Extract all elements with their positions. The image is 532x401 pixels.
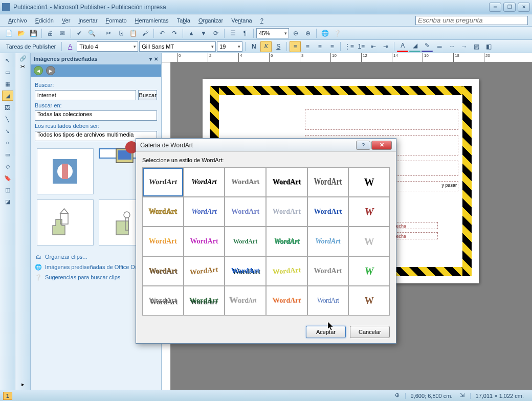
- wordart-style-29[interactable]: WordArt: [308, 286, 348, 315]
- wordart-style-8[interactable]: WordArt: [184, 197, 225, 226]
- rectangle-tool[interactable]: ▭: [2, 149, 13, 160]
- font-color-button[interactable]: A: [397, 41, 408, 52]
- tasks-button[interactable]: Tareas de Publisher: [3, 43, 59, 50]
- italic-button[interactable]: K: [260, 41, 272, 52]
- wordart-style-4[interactable]: WordArt: [267, 168, 307, 196]
- search-input[interactable]: [35, 90, 136, 100]
- textbox-fecha-1[interactable]: Fecha: [392, 222, 438, 229]
- web-preview-button[interactable]: 🌐: [319, 28, 330, 39]
- design-gallery-tool[interactable]: ◫: [2, 185, 13, 195]
- menu-help[interactable]: ?: [256, 16, 268, 25]
- zoom-combo[interactable]: 45%: [256, 28, 289, 38]
- wordart-style-26[interactable]: WordArt: [184, 286, 225, 315]
- taskpane-close-icon[interactable]: ✕: [154, 56, 158, 62]
- menu-organizar[interactable]: Organizar: [194, 16, 227, 25]
- zoom-out-button[interactable]: ⊖: [290, 28, 301, 39]
- align-center-button[interactable]: ≡: [302, 41, 313, 52]
- font-size-combo[interactable]: 19: [217, 41, 242, 52]
- bring-front-button[interactable]: ▲: [186, 28, 197, 39]
- wordart-style-19[interactable]: WordArt: [143, 257, 183, 285]
- research-button[interactable]: 🔍: [86, 28, 97, 39]
- menu-ventana[interactable]: Ventana: [227, 16, 256, 25]
- picture-tool[interactable]: 🖼: [2, 102, 13, 113]
- autoshapes-tool[interactable]: ◇: [2, 161, 13, 171]
- oval-tool[interactable]: ○: [2, 138, 13, 148]
- expand-icon[interactable]: ▸: [21, 381, 25, 388]
- menu-tabla[interactable]: Tabla: [173, 16, 194, 25]
- styles-icon[interactable]: A: [64, 41, 76, 52]
- paste-button[interactable]: 📋: [127, 28, 139, 39]
- line-tool[interactable]: ╲: [2, 114, 13, 124]
- menu-ver[interactable]: Ver: [58, 16, 75, 25]
- open-button[interactable]: 📂: [15, 28, 27, 39]
- menu-formato[interactable]: Formato: [102, 16, 131, 25]
- wordart-style-3[interactable]: WordArt: [225, 168, 265, 196]
- wordart-style-25[interactable]: WordArt: [143, 286, 183, 315]
- fill-color-button[interactable]: ◢: [409, 41, 420, 52]
- wordart-style-24[interactable]: W: [349, 257, 389, 285]
- textbox-1[interactable]: [305, 109, 458, 130]
- ask-a-question-input[interactable]: [415, 16, 528, 25]
- textbox-fecha-2[interactable]: Fecha: [392, 232, 438, 239]
- numbering-button[interactable]: 1≡: [356, 41, 367, 52]
- search-button[interactable]: Buscar: [138, 90, 157, 100]
- taskpane-dropdown-icon[interactable]: ▾: [149, 56, 152, 62]
- searchin-combo[interactable]: Todas las colecciones: [35, 110, 157, 121]
- rotate-button[interactable]: ⟳: [210, 28, 221, 39]
- wordart-style-17[interactable]: WordArt: [308, 227, 348, 256]
- wordart-tool[interactable]: ◢: [2, 91, 13, 101]
- item-tool[interactable]: ◪: [2, 196, 13, 207]
- menu-herramientas[interactable]: Herramientas: [131, 16, 173, 25]
- format-painter-button[interactable]: 🖌: [140, 28, 151, 39]
- line-style-button[interactable]: ═: [434, 41, 445, 52]
- line-color-button[interactable]: ✎: [422, 41, 433, 52]
- underline-button[interactable]: S: [273, 41, 284, 52]
- wordart-style-16[interactable]: WordArt: [267, 227, 307, 256]
- wordart-style-30[interactable]: W: [349, 286, 389, 315]
- wordart-style-1[interactable]: WordArt: [143, 168, 183, 196]
- wordart-style-20[interactable]: WordArt: [184, 257, 225, 285]
- menu-archivo[interactable]: Archivo: [4, 16, 31, 25]
- dash-style-button[interactable]: ┄: [446, 41, 457, 52]
- wordart-style-22[interactable]: WordArt: [267, 257, 307, 285]
- bookmark-tool[interactable]: 🔖: [2, 173, 13, 183]
- wordart-style-6[interactable]: W: [349, 168, 389, 196]
- wordart-style-15[interactable]: WordArt: [225, 227, 265, 256]
- wordart-style-5[interactable]: WordArt: [308, 168, 348, 196]
- justify-button[interactable]: ≡: [326, 41, 338, 52]
- wordart-style-11[interactable]: WordArt: [308, 197, 348, 226]
- textbox-tool[interactable]: ▭: [2, 67, 13, 77]
- wordart-style-21[interactable]: WordArt: [225, 257, 265, 285]
- dialog-close-button[interactable]: ✕: [371, 141, 392, 150]
- taskpane-back-button[interactable]: ◄: [34, 66, 43, 75]
- font-combo[interactable]: Gill Sans MT: [139, 41, 216, 52]
- wordart-style-12[interactable]: W: [349, 197, 389, 226]
- connect-text-icon[interactable]: 🔗: [19, 55, 27, 62]
- table-tool[interactable]: ▦: [2, 79, 13, 89]
- print-button[interactable]: 🖨: [45, 28, 56, 39]
- save-button[interactable]: 💾: [28, 28, 39, 39]
- copy-button[interactable]: ⎘: [115, 28, 126, 39]
- decrease-indent-button[interactable]: ⇤: [368, 41, 379, 52]
- arrow-tool[interactable]: ↘: [2, 126, 13, 136]
- break-link-icon[interactable]: ✂: [20, 63, 25, 70]
- wordart-style-9[interactable]: WordArt: [225, 197, 265, 226]
- wordart-style-2[interactable]: WordArt: [184, 168, 225, 196]
- close-button[interactable]: ✕: [518, 3, 530, 12]
- style-combo[interactable]: Título 4: [77, 41, 138, 52]
- email-button[interactable]: ✉: [57, 28, 68, 39]
- wordart-style-28[interactable]: WordArt: [267, 286, 307, 315]
- wordart-style-10[interactable]: WordArt: [267, 197, 307, 226]
- bold-button[interactable]: N: [248, 41, 259, 52]
- wordart-style-27[interactable]: WordArt: [225, 286, 265, 315]
- shadow-button[interactable]: ▨: [471, 41, 482, 52]
- align-left-button[interactable]: ≡: [290, 41, 301, 52]
- columns-button[interactable]: ☰: [227, 28, 238, 39]
- select-tool[interactable]: ↖: [2, 55, 13, 65]
- dialog-cancel-button[interactable]: Cancelar: [350, 326, 390, 338]
- help-button[interactable]: ❔: [331, 28, 343, 39]
- dialog-titlebar[interactable]: Galería de WordArt ? ✕: [136, 139, 396, 152]
- send-back-button[interactable]: ▼: [198, 28, 209, 39]
- increase-indent-button[interactable]: ⇥: [380, 41, 391, 52]
- paragraph-button[interactable]: ¶: [239, 28, 251, 39]
